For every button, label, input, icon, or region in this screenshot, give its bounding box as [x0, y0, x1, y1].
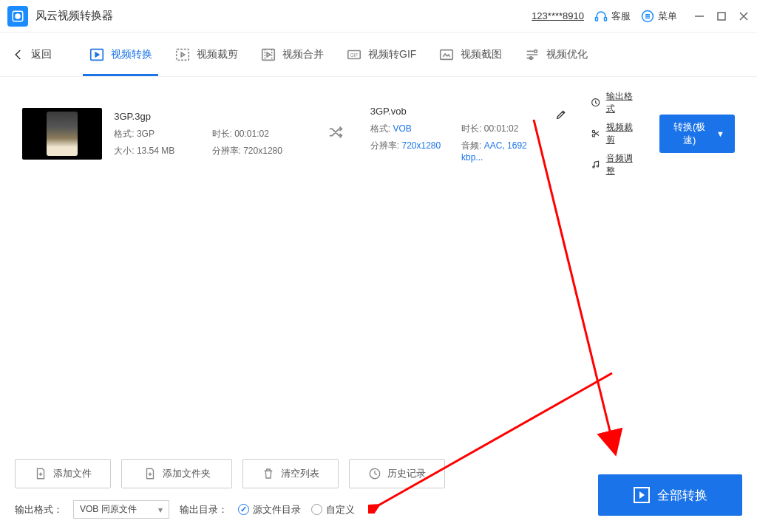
add-file-label: 添加文件: [53, 467, 92, 480]
menu-button[interactable]: 菜单: [641, 10, 677, 23]
output-icon: [591, 98, 600, 109]
clear-list-button[interactable]: 清空列表: [242, 459, 339, 488]
add-file-button[interactable]: 添加文件: [15, 459, 111, 488]
scissors-icon: [591, 129, 600, 140]
file-plus-icon: [34, 467, 47, 480]
add-folder-button[interactable]: 添加文件夹: [121, 459, 232, 488]
nav-bar: 返回 视频转换 视频裁剪 视频合并 GIF 视频转GIF 视频截图 视频优化: [0, 33, 757, 77]
clear-list-label: 清空列表: [281, 467, 319, 480]
dst-format-value[interactable]: VOB: [393, 123, 411, 134]
music-icon: [591, 160, 600, 171]
tab-video-screenshot[interactable]: 视频截图: [438, 33, 502, 76]
app-title: 风云视频转换器: [35, 9, 113, 23]
source-filename: 3GP.3gp: [114, 111, 301, 122]
convert-all-button[interactable]: 全部转换: [598, 474, 742, 516]
history-button[interactable]: 历史记录: [349, 459, 445, 488]
svg-rect-2: [596, 17, 598, 21]
audio-adjust-button[interactable]: 音频调整: [591, 152, 637, 177]
tab-label: 视频合并: [282, 48, 324, 61]
radio-checked-icon: [238, 504, 249, 515]
src-duration-label: 时长:: [212, 129, 232, 139]
audio-adjust-label: 音频调整: [606, 152, 638, 177]
output-dir-label: 输出目录：: [180, 503, 228, 516]
screenshot-icon: [438, 47, 455, 63]
convert-all-label: 全部转换: [657, 487, 707, 504]
radio-source-label: 源文件目录: [253, 503, 301, 516]
chevron-down-icon: ▾: [158, 505, 163, 515]
tab-label: 视频优化: [546, 48, 588, 61]
back-button[interactable]: 返回: [12, 48, 52, 61]
dest-info: 3GP.vob 格式: VOB 时长: 00:01:02 分辨率: 720x12…: [370, 106, 544, 163]
edit-icon[interactable]: [555, 109, 567, 123]
dst-res-value[interactable]: 720x1280: [401, 140, 441, 151]
dst-audio-label: 音频:: [461, 140, 481, 151]
tab-label: 视频裁剪: [197, 48, 238, 61]
dst-duration-value: 00:01:02: [484, 123, 519, 134]
tab-video-convert[interactable]: 视频转换: [89, 33, 152, 76]
src-format-value: 3GP: [137, 129, 155, 139]
menu-list-icon: [641, 10, 654, 23]
dst-res-label: 分辨率:: [370, 140, 399, 151]
tab-label: 视频转GIF: [368, 48, 416, 61]
output-format-select[interactable]: VOB 同原文件 ▾: [73, 500, 169, 519]
svg-point-1: [16, 14, 20, 18]
trash-icon: [262, 467, 275, 480]
add-folder-label: 添加文件夹: [163, 467, 211, 480]
file-row: 3GP.3gp 格式: 3GP 时长: 00:01:02 大小: 13.54 M…: [0, 77, 757, 191]
bottom-bar: 添加文件 添加文件夹 清空列表 历史记录 输出格式： VOB 同原文件 ▾ 输出…: [0, 449, 757, 532]
src-format-label: 格式:: [114, 129, 134, 139]
output-format-label: 输出格式：: [15, 503, 63, 516]
maximize-button[interactable]: [716, 10, 727, 22]
output-format-button[interactable]: 输出格式: [591, 90, 637, 115]
back-label: 返回: [31, 48, 52, 61]
row-actions: 输出格式 视频裁剪 音频调整: [591, 90, 637, 177]
src-duration-value: 00:01:02: [234, 129, 269, 139]
radio-custom-dir[interactable]: 自定义: [311, 503, 355, 516]
menu-label: 菜单: [658, 10, 677, 23]
svg-rect-3: [605, 17, 607, 21]
source-info: 3GP.3gp 格式: 3GP 时长: 00:01:02 大小: 13.54 M…: [114, 111, 301, 157]
src-res-label: 分辨率:: [212, 146, 241, 156]
svg-text:GIF: GIF: [350, 52, 359, 57]
svg-rect-8: [177, 49, 189, 60]
dropdown-arrow-icon: ▼: [716, 129, 724, 138]
convert-button[interactable]: 转换(极速) ▼: [659, 115, 735, 153]
convert-icon: [89, 47, 105, 63]
headset-icon: [594, 10, 608, 23]
tab-video-merge[interactable]: 视频合并: [260, 33, 324, 76]
svg-point-13: [534, 50, 537, 52]
folder-plus-icon: [143, 467, 157, 480]
dst-format-label: 格式:: [370, 123, 390, 134]
video-crop-button[interactable]: 视频裁剪: [591, 121, 637, 146]
support-label: 客服: [611, 10, 631, 23]
radio-custom-label: 自定义: [326, 503, 355, 516]
src-size-label: 大小:: [114, 146, 134, 156]
video-crop-label: 视频裁剪: [606, 121, 638, 146]
svg-point-18: [593, 166, 594, 168]
radio-source-dir[interactable]: 源文件目录: [238, 503, 301, 516]
src-size-value: 13.54 MB: [137, 146, 174, 156]
support-button[interactable]: 客服: [594, 10, 631, 23]
svg-point-19: [597, 166, 599, 167]
dst-duration-label: 时长:: [461, 123, 481, 134]
app-logo-icon: [7, 6, 28, 27]
tab-video-optimize[interactable]: 视频优化: [524, 33, 588, 76]
tab-video-gif[interactable]: GIF 视频转GIF: [346, 33, 416, 76]
merge-icon: [260, 47, 276, 63]
video-thumbnail[interactable]: [22, 108, 102, 160]
history-icon: [368, 467, 381, 480]
titlebar: 风云视频转换器 123****8910 客服 菜单: [0, 0, 757, 33]
dest-filename: 3GP.vob: [370, 106, 544, 117]
output-format-value: VOB 同原文件: [80, 503, 137, 516]
history-label: 历史记录: [387, 467, 426, 480]
close-button[interactable]: [738, 10, 750, 22]
src-res-value: 720x1280: [243, 146, 282, 156]
svg-rect-9: [262, 49, 275, 60]
tab-video-crop[interactable]: 视频裁剪: [174, 33, 238, 76]
radio-unchecked-icon: [311, 504, 322, 515]
gif-icon: GIF: [346, 47, 362, 63]
play-icon: [634, 487, 650, 503]
shuffle-icon[interactable]: [327, 124, 344, 143]
user-id-link[interactable]: 123****8910: [532, 10, 584, 21]
minimize-button[interactable]: [693, 10, 705, 22]
